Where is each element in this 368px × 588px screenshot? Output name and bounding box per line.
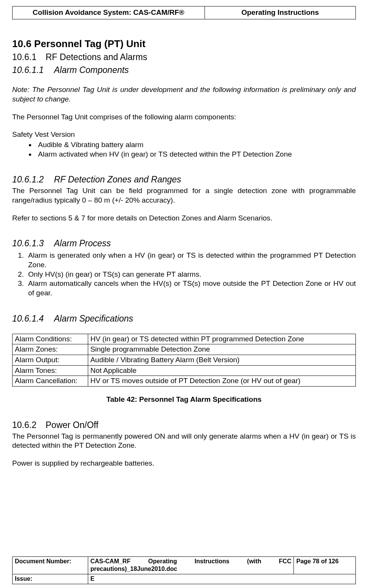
table-caption: Table 42: Personnel Tag Alarm Specificat… [12,395,356,404]
heading-number: 10.6.1 [12,52,46,63]
alarm-process-list: Alarm is generated only when a HV (in ge… [12,251,356,298]
header-left: Collision Avoidance System: CAS-CAM/RF® [13,6,205,19]
heading-number: 10.6.1.4 [12,313,54,325]
alarm-spec-table: Alarm Conditions: HV (in gear) or TS det… [12,334,356,387]
heading-10-6-1: 10.6.1RF Detections and Alarms [12,52,356,63]
list-item: Only HV(s) (in gear) or TS(s) can genera… [26,270,356,279]
heading-title: Alarm Specifications [54,314,133,323]
header-table: Collision Avoidance System: CAS-CAM/RF® … [12,6,356,19]
heading-10-6: 10.6 Personnel Tag (PT) Unit [12,38,356,51]
body-paragraph: Refer to sections 5 & 7 for more details… [12,214,356,223]
heading-title: Alarm Process [54,238,111,248]
heading-10-6-1-2: 10.6.1.2RF Detection Zones and Ranges [12,174,356,185]
heading-10-6-1-4: 10.6.1.4Alarm Specifications [12,313,356,325]
table-row: Alarm Output: Audible / Vibrating Batter… [13,355,356,365]
heading-number: 10.6.1.1 [12,65,54,76]
note-paragraph: Note: The Personnel Tag Unit is under de… [12,85,356,104]
spec-label: Alarm Tones: [13,365,88,376]
spec-label: Alarm Conditions: [13,334,88,344]
body-paragraph: The Personnel Tag Unit can be field prog… [12,186,356,205]
table-row: Alarm Tones: Not Applicable [13,365,356,376]
footer-issue-value: E [88,574,355,584]
heading-title: Alarm Components [54,65,129,75]
heading-title: Personnel Tag (PT) Unit [34,38,146,49]
spec-value: HV or TS moves outside of PT Detection Z… [88,376,355,387]
spec-value: HV (in gear) or TS detected within PT pr… [88,334,355,344]
header-right: Operating Instructions [205,6,355,19]
body-paragraph: Power is supplied by rechargeable batter… [12,459,356,468]
footer-issue-label: Issue: [13,574,88,584]
footer-page: Page 78 of 126 [294,556,356,574]
list-item: Alarm is generated only when a HV (in ge… [26,251,356,269]
heading-title: RF Detection Zones and Ranges [54,174,181,184]
table-row: Alarm Zones: Single programmable Detecti… [13,344,356,355]
heading-title: Power On/Off [46,420,98,430]
body-paragraph: The Personnel Tag is permanently powered… [12,432,356,450]
spec-value: Single programmable Detection Zone [88,344,355,355]
table-row: Alarm Cancellation: HV or TS moves outsi… [13,376,356,387]
heading-title: RF Detections and Alarms [46,52,147,62]
heading-number: 10.6.1.2 [12,174,54,185]
heading-10-6-1-1: 10.6.1.1Alarm Components [12,65,356,76]
spec-label: Alarm Zones: [13,344,88,355]
heading-10-6-1-3: 10.6.1.3Alarm Process [12,238,356,249]
list-item: Audible & Vibrating battery alarm [36,140,356,150]
footer-table: Document Number: CAS-CAM_RF Operating In… [12,556,356,584]
safety-vest-bullets: Audible & Vibrating battery alarm Alarm … [12,140,356,159]
heading-10-6-2: 10.6.2Power On/Off [12,420,356,431]
spec-label: Alarm Cancellation: [13,376,88,387]
heading-number: 10.6.1.3 [12,238,54,249]
footer-docnum-value: CAS-CAM_RF Operating Instructions (with … [88,556,294,574]
heading-number: 10.6 [12,38,32,49]
spec-value: Not Applicable [88,365,355,376]
heading-number: 10.6.2 [12,420,46,431]
list-item: Alarm automatically cancels when the HV(… [26,279,356,298]
footer-docnum-label: Document Number: [13,556,88,574]
spec-value: Audible / Vibrating Battery Alarm (Belt … [88,355,355,365]
spec-label: Alarm Output: [13,355,88,365]
intro-paragraph: The Personnel Tag Unit comprises of the … [12,113,356,122]
table-row: Alarm Conditions: HV (in gear) or TS det… [13,334,356,344]
list-item: Alarm activated when HV (in gear) or TS … [36,150,356,159]
safety-vest-heading: Safety Vest Version [12,130,356,139]
